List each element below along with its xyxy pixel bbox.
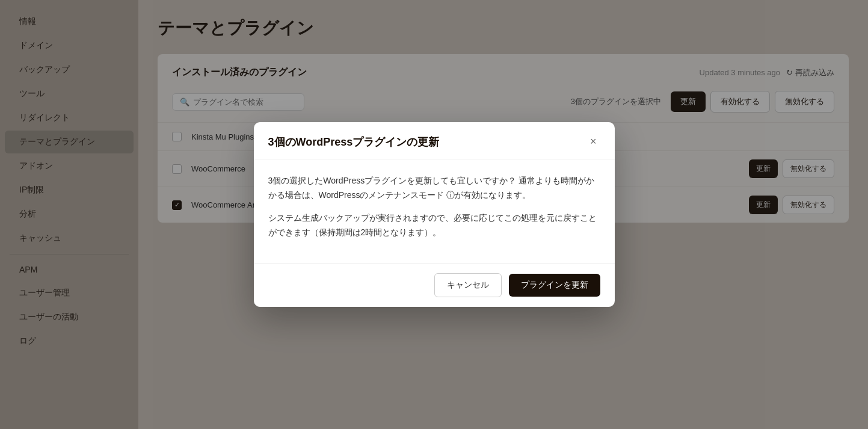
- modal-cancel-button[interactable]: キャンセル: [434, 273, 502, 297]
- modal-update-button[interactable]: プラグインを更新: [509, 274, 600, 297]
- modal-overlay[interactable]: 3個のWordPressプラグインの更新 × 3個の選択したWordPressプ…: [0, 0, 868, 429]
- modal-dialog: 3個のWordPressプラグインの更新 × 3個の選択したWordPressプ…: [254, 122, 615, 306]
- modal-header: 3個のWordPressプラグインの更新 ×: [254, 122, 615, 159]
- modal-footer: キャンセル プラグインを更新: [254, 263, 615, 307]
- modal-body-text-1: 3個の選択したWordPressプラグインを更新しても宜しいですか？ 通常よりも…: [268, 174, 600, 203]
- modal-body-text-2: システム生成バックアップが実行されますので、必要に応じてこの処理を元に戻すことが…: [268, 211, 600, 240]
- modal-close-button[interactable]: ×: [586, 134, 600, 149]
- modal-title: 3個のWordPressプラグインの更新: [268, 135, 440, 149]
- modal-body: 3個の選択したWordPressプラグインを更新しても宜しいですか？ 通常よりも…: [254, 159, 615, 262]
